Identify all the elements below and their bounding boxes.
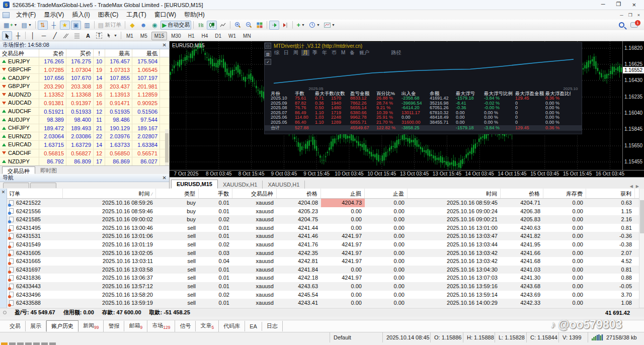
timeframe-M15[interactable]: M15 — [151, 32, 167, 40]
menu-文件(F)[interactable]: 文件(F) — [12, 10, 40, 19]
taskbar-icon[interactable] — [33, 342, 40, 345]
navigator-tab[interactable] — [3, 183, 29, 188]
history-col-3[interactable]: 手数 — [199, 189, 232, 198]
market-watch-row[interactable]: CADCHF0.568150.56827120.568500.56571 — [0, 149, 169, 158]
indicator-confirm-icon[interactable]: ✓ — [265, 59, 271, 65]
taskbar-icon[interactable] — [41, 342, 48, 345]
vline-button[interactable]: │ — [28, 31, 38, 40]
fibonacci-button[interactable] — [72, 31, 82, 40]
order-row[interactable]: 624316652025.10.16 13:03:11sell0.04xauus… — [7, 257, 639, 266]
history-col-0[interactable]: 订单 — [7, 189, 63, 198]
taskbar-icon[interactable] — [9, 342, 16, 345]
channel-button[interactable] — [61, 31, 71, 40]
market-watch-row[interactable]: GBPJPY203.290203.30818203.437201.981 — [0, 82, 169, 91]
mtdriver-button-月[interactable]: 月 — [301, 50, 309, 56]
market-watch-row[interactable]: AUDJPY98.38998.4001198.48697.544 — [0, 116, 169, 124]
timeframe-M30[interactable]: M30 — [168, 32, 184, 40]
history-col-11[interactable]: 获利 — [586, 189, 635, 198]
crosshair-button[interactable]: ┼ — [13, 31, 23, 40]
tab-scroll-right-icon[interactable]: ▶ — [636, 184, 639, 189]
terminal-tab-新闻[interactable]: 新闻99 — [78, 320, 104, 331]
history-col-6[interactable]: 止损 — [321, 189, 365, 198]
order-row[interactable]: 624335882025.10.16 13:59:19sell0.01xauus… — [7, 299, 639, 307]
navigator-close-icon[interactable]: ✕ — [163, 175, 167, 181]
timeframe-D1[interactable]: D1 — [212, 32, 224, 40]
menu-窗口(W)[interactable]: 窗口(W) — [150, 10, 180, 19]
community-button[interactable]: ☻ — [138, 21, 148, 30]
market-watch-row[interactable]: GBPCHF1.072851.07304191.073131.06545 — [0, 66, 169, 74]
restore-button[interactable]: ❐ — [616, 1, 621, 9]
mw-col-header[interactable]: 交易品种 — [0, 49, 39, 57]
templates-button[interactable]: ▼ — [323, 21, 337, 30]
history-col-8[interactable]: 时间 — [408, 189, 501, 198]
mtdriver-button-M[interactable]: M — [340, 50, 347, 56]
order-row[interactable]: 624315492025.10.16 13:01:19sell0.02xauus… — [7, 240, 639, 249]
terminal-tab-账户历史[interactable]: 账户历史 — [46, 320, 78, 332]
taskbar-icon[interactable] — [49, 342, 56, 345]
search-icon[interactable] — [619, 22, 624, 28]
chart-tab-XAUUSD,H1[interactable]: XAUUSD,H1 — [263, 181, 305, 189]
metaeditor-button[interactable]: ◆ — [127, 21, 137, 30]
mdi-minimize-button[interactable]: ─ — [620, 13, 623, 18]
order-row[interactable]: 624315312025.10.16 13:01:06sell0.01xauus… — [7, 232, 639, 240]
chart-shift-button[interactable] — [280, 21, 290, 30]
timeframe-M1[interactable]: M1 — [123, 32, 136, 40]
menu-工具(T)[interactable]: 工具(T) — [122, 10, 150, 19]
hline-button[interactable]: ─ — [39, 31, 49, 40]
tile-windows-button[interactable] — [255, 21, 265, 30]
menu-显示(V)[interactable]: 显示(V) — [40, 10, 68, 19]
order-row[interactable]: 624215562025.10.16 08:59:46buy0.01xauusd… — [7, 207, 639, 216]
terminal-tab-日志[interactable]: 日志 — [262, 321, 283, 331]
order-row[interactable]: 624316052025.10.16 13:02:05sell0.03xauus… — [7, 249, 639, 257]
market-watch-tab-交易品种[interactable]: 交易品种 — [2, 166, 35, 174]
terminal-tab-交易[interactable]: 交易 — [5, 321, 26, 331]
terminal-close-icon[interactable]: ✕ — [0, 190, 7, 195]
history-col-2[interactable]: 类型 — [156, 189, 199, 198]
market-watch-row[interactable]: EURJPY176.265176.27510176.457175.504 — [0, 57, 169, 66]
mw-col-header[interactable]: 卖价 — [39, 49, 66, 57]
history-col-4[interactable]: 交易品种 — [232, 189, 277, 198]
mtdriver-path-button[interactable]: 路径 — [389, 50, 403, 56]
mtdriver-button-周[interactable]: 周 — [292, 50, 300, 56]
mtdriver-button-日[interactable]: 日 — [282, 50, 290, 56]
strategy-tester-button[interactable]: ▥ — [82, 21, 92, 30]
terminal-toggle[interactable]: ▣ — [71, 21, 81, 30]
minimize-button[interactable]: ─ — [601, 1, 605, 9]
timeframe-H1[interactable]: H1 — [185, 32, 198, 40]
terminal-tab-警报[interactable]: 警报 — [104, 321, 124, 331]
terminal-tab-文章[interactable]: 文章5 — [196, 320, 219, 331]
zoom-out-button[interactable] — [244, 21, 254, 30]
indicator-properties-icon[interactable]: ▥ — [265, 51, 271, 57]
label-button[interactable]: T — [94, 31, 104, 40]
mw-col-header[interactable]: 买价 — [66, 49, 94, 57]
mdi-restore-button[interactable]: ❐ — [628, 13, 632, 18]
order-row[interactable]: 624316972025.10.16 13:03:58sell0.01xauus… — [7, 266, 639, 274]
taskbar-icon[interactable] — [1, 342, 8, 345]
chat-icon[interactable]: 1 — [630, 22, 638, 28]
line-chart-button[interactable] — [218, 21, 228, 30]
mdi-close-button[interactable]: × — [637, 13, 640, 18]
market-watch-toggle[interactable]: ⇅ — [38, 21, 48, 30]
navigator-header[interactable]: 导航 ✕ — [0, 174, 169, 182]
mw-col-header[interactable]: 最高 — [105, 49, 132, 57]
market-watch-close-icon[interactable]: ✕ — [163, 42, 167, 48]
terminal-scrollbar[interactable] — [639, 189, 644, 308]
market-watch-row[interactable]: CHFJPY189.472189.49321190.129189.167 — [0, 124, 169, 133]
chart-tab-XAUUSDx,H1[interactable]: XAUUSDx,H1 — [218, 181, 263, 189]
terminal-tab-代码库[interactable]: 代码库 — [219, 321, 245, 331]
taskbar-icon[interactable] — [25, 342, 32, 345]
market-watch-row[interactable]: AUDCHF0.519210.51933120.519350.51506 — [0, 108, 169, 116]
menu-帮助(H)[interactable]: 帮助(H) — [180, 10, 209, 19]
trendline-button[interactable]: ╱ — [50, 31, 60, 40]
terminal-tab-EA[interactable]: EA — [245, 322, 262, 331]
timeframe-H4[interactable]: H4 — [198, 32, 211, 40]
market-watch-row[interactable]: AUDCAD0.913810.91397160.914710.90925 — [0, 99, 169, 108]
text-button[interactable]: A — [83, 31, 93, 40]
mtdriver-button-季[interactable]: 季 — [311, 50, 319, 56]
mtdriver-button-综[interactable]: 综 — [273, 50, 281, 56]
navigator-tab[interactable] — [30, 183, 56, 188]
objects-button[interactable]: ▼ — [105, 31, 119, 40]
order-row[interactable]: 624334962025.10.16 13:58:20sell0.02xauus… — [7, 291, 639, 299]
profiles-button[interactable]: ▤▼ — [20, 21, 33, 30]
terminal-tab-邮箱[interactable]: 邮箱9 — [124, 320, 147, 331]
